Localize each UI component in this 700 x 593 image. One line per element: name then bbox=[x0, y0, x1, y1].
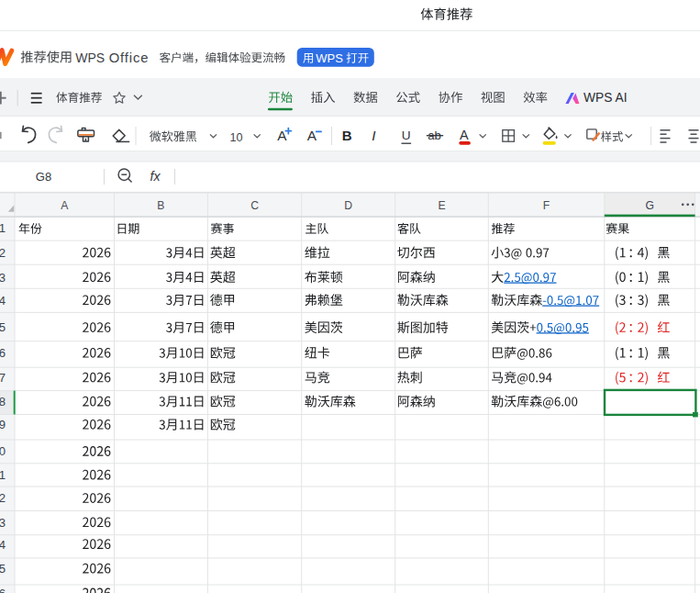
svg-text:14: 14 bbox=[0, 538, 6, 552]
svg-text:WPS AI: WPS AI bbox=[583, 91, 628, 105]
svg-text:5: 5 bbox=[0, 320, 6, 334]
svg-text:3: 3 bbox=[0, 271, 6, 285]
svg-text:11: 11 bbox=[0, 468, 6, 482]
svg-text:12: 12 bbox=[0, 491, 6, 505]
svg-text:13: 13 bbox=[0, 516, 6, 530]
svg-text:WPS: WPS bbox=[75, 50, 105, 65]
svg-text:15: 15 bbox=[0, 562, 6, 576]
svg-text:E: E bbox=[438, 199, 445, 212]
svg-text:9: 9 bbox=[0, 418, 6, 431]
svg-text:2: 2 bbox=[0, 246, 6, 260]
svg-text:1: 1 bbox=[0, 221, 6, 235]
svg-text:A: A bbox=[307, 128, 317, 143]
svg-text:F: F bbox=[543, 199, 550, 212]
svg-text:B: B bbox=[157, 199, 164, 212]
svg-text:B: B bbox=[342, 128, 352, 143]
svg-text:G8: G8 bbox=[36, 170, 51, 184]
svg-text:16: 16 bbox=[0, 587, 6, 593]
svg-text:A: A bbox=[61, 199, 69, 212]
svg-text:WPS: WPS bbox=[316, 51, 343, 65]
svg-text:10: 10 bbox=[230, 131, 243, 144]
svg-text:7: 7 bbox=[0, 371, 6, 385]
svg-text:D: D bbox=[344, 199, 352, 212]
svg-text:I: I bbox=[372, 128, 375, 143]
svg-text:U: U bbox=[402, 129, 411, 142]
svg-text:G: G bbox=[645, 199, 653, 212]
svg-text:C: C bbox=[250, 199, 259, 212]
svg-text:10: 10 bbox=[0, 444, 6, 458]
svg-text:6: 6 bbox=[0, 346, 6, 360]
svg-text:4: 4 bbox=[0, 294, 6, 308]
svg-text:8: 8 bbox=[0, 395, 6, 408]
svg-text:Office: Office bbox=[109, 50, 150, 65]
svg-text:fx: fx bbox=[150, 169, 161, 184]
svg-text:A: A bbox=[277, 128, 287, 143]
svg-text:A: A bbox=[460, 128, 469, 142]
